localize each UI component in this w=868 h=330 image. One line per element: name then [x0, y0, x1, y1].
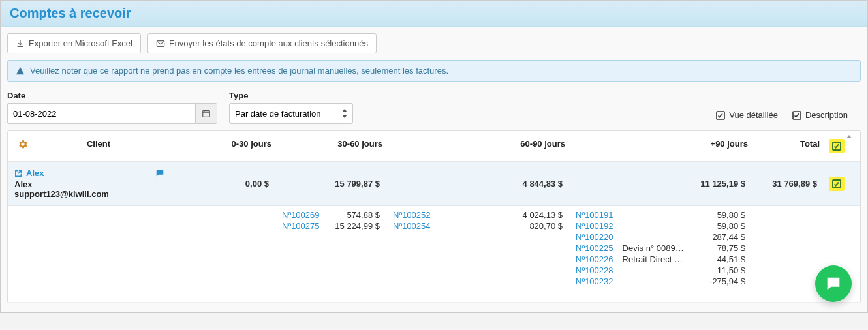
invoice-amount: 4 024,13 $: [510, 210, 563, 220]
sum-total: 31 769,89 $: [752, 179, 824, 188]
page-title: Comptes à recevoir: [10, 6, 858, 21]
client-summary-row: Alex Alex support123@kiwili.com 0,00 $ 1…: [8, 162, 860, 206]
date-input[interactable]: [7, 103, 195, 124]
export-excel-button[interactable]: Exporter en Microsoft Excel: [7, 33, 141, 53]
invoice-link[interactable]: Nº100226: [576, 254, 613, 264]
send-statements-label: Envoyer les états de compte aux clients …: [169, 38, 368, 48]
invoice-amount: 44,51 $: [693, 254, 745, 264]
col-90-plus: +90 jours: [569, 138, 752, 150]
report-panel: Client 0-30 jours 30-60 jours 60-90 jour…: [7, 130, 861, 303]
col-total: Total: [752, 138, 824, 150]
col-30-60: 30-60 jours: [275, 138, 386, 150]
sum-0-30: 0,00 $: [171, 179, 275, 188]
invoice-item: Nº100269574,88 $: [282, 210, 380, 220]
client-email: support123@kiwili.com: [14, 189, 164, 199]
invoice-amount: 287,44 $: [693, 232, 745, 242]
invoice-amount: 59,80 $: [693, 221, 745, 231]
invoice-link[interactable]: Nº100228: [576, 265, 613, 275]
send-statements-button[interactable]: Envoyer les états de compte aux clients …: [147, 33, 377, 53]
invoice-description: [623, 221, 687, 231]
toolbar: Exporter en Microsoft Excel Envoyer les …: [1, 27, 867, 60]
invoice-description: [623, 210, 687, 220]
sum-30-60: 15 799,87 $: [275, 179, 386, 188]
calendar-icon: [202, 109, 211, 118]
invoice-item: Nº100225Devis n° 00890 : 30 %78,75 $: [576, 243, 745, 253]
svg-rect-1: [203, 111, 210, 117]
invoice-link[interactable]: Nº100252: [393, 210, 431, 220]
invoice-description: [623, 232, 687, 242]
export-excel-label: Exporter en Microsoft Excel: [29, 38, 132, 48]
comment-icon[interactable]: [155, 169, 164, 178]
invoice-item: Nº1002524 024,13 $: [393, 210, 563, 220]
sum-90-plus: 11 125,19 $: [569, 179, 752, 188]
invoice-item: Nº10019259,80 $: [576, 221, 745, 231]
description-label: Description: [805, 110, 848, 120]
invoice-item: Nº100254820,70 $: [393, 221, 563, 231]
warning-icon: [16, 67, 25, 76]
col-0-30: 0-30 jours: [171, 138, 275, 150]
detailed-view-label: Vue détaillée: [729, 110, 778, 120]
invoice-amount: 574,88 $: [328, 210, 380, 220]
checkbox-checked-icon: [716, 111, 725, 120]
invoice-link[interactable]: Nº100225: [576, 243, 613, 253]
column-sort-icon[interactable]: [846, 135, 858, 147]
date-label: Date: [7, 91, 217, 100]
invoice-description: [623, 265, 687, 275]
invoice-link[interactable]: Nº100269: [282, 210, 320, 220]
filters-bar: Date Type Par date de facturation: [1, 91, 867, 130]
invoice-link[interactable]: Nº100232: [576, 277, 613, 286]
row-checkbox[interactable]: [829, 177, 845, 191]
invoice-item: Nº10022811,50 $: [576, 265, 745, 275]
info-note-text: Veuillez noter que ce rapport ne prend p…: [30, 66, 448, 76]
invoice-amount: -275,94 $: [693, 277, 745, 286]
invoice-link[interactable]: Nº100192: [576, 221, 613, 231]
gear-icon[interactable]: [12, 140, 30, 149]
invoice-link[interactable]: Nº100191: [576, 210, 613, 220]
invoice-description: [623, 277, 687, 286]
table-header: Client 0-30 jours 30-60 jours 60-90 jour…: [8, 131, 860, 162]
client-name: Alex: [14, 179, 164, 189]
invoice-amount: 78,75 $: [693, 243, 745, 253]
client-link[interactable]: Alex: [14, 168, 44, 178]
description-toggle[interactable]: Description: [792, 110, 848, 120]
invoice-amount: 59,80 $: [693, 210, 745, 220]
invoice-item: Nº10027515 224,99 $: [282, 221, 380, 231]
invoice-link[interactable]: Nº100220: [576, 232, 613, 242]
chat-icon: [824, 275, 843, 293]
col-client: Client: [30, 139, 167, 149]
type-label: Type: [229, 91, 353, 100]
client-detail-row: Nº100269574,88 $Nº10027515 224,99 $ Nº10…: [8, 206, 860, 303]
invoice-amount: 820,70 $: [510, 221, 563, 231]
download-icon: [16, 39, 25, 48]
type-select[interactable]: Par date de facturation: [229, 103, 353, 124]
invoice-description: Retrait Direct 21 déce…: [623, 254, 687, 264]
detailed-view-toggle[interactable]: Vue détaillée: [716, 110, 778, 120]
col-60-90: 60-90 jours: [386, 138, 569, 150]
sum-60-90: 4 844,83 $: [386, 179, 569, 188]
client-link-label: Alex: [26, 168, 44, 178]
select-all-checkbox[interactable]: [829, 139, 845, 153]
invoice-amount: 11,50 $: [693, 265, 745, 275]
invoice-link[interactable]: Nº100254: [393, 221, 431, 231]
invoice-description: Devis n° 00890 : 30 %: [623, 243, 687, 253]
envelope-icon: [156, 39, 165, 48]
checkbox-checked-icon: [792, 111, 801, 120]
invoice-item: Nº100220287,44 $: [576, 232, 745, 242]
chat-widget[interactable]: [815, 265, 852, 302]
invoice-link[interactable]: Nº100275: [282, 221, 320, 231]
external-link-icon: [14, 170, 22, 177]
invoice-item: Nº100232-275,94 $: [576, 277, 745, 286]
invoice-amount: 15 224,99 $: [328, 221, 380, 231]
invoice-item: Nº100226Retrait Direct 21 déce…44,51 $: [576, 254, 745, 264]
date-picker-button[interactable]: [195, 103, 217, 124]
info-note: Veuillez noter que ce rapport ne prend p…: [7, 60, 861, 82]
invoice-item: Nº10019159,80 $: [576, 210, 745, 220]
page-header: Comptes à recevoir: [1, 1, 867, 27]
